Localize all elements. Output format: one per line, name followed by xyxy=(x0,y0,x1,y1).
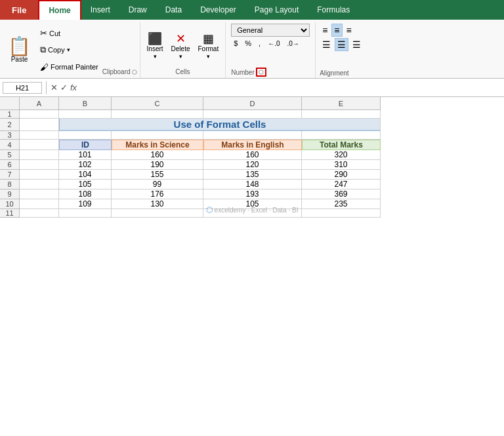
percent-button[interactable]: % xyxy=(242,38,254,49)
cell-e8[interactable]: 247 xyxy=(302,180,381,189)
tab-page-layout[interactable]: Page Layout xyxy=(245,0,308,20)
cell-e11[interactable] xyxy=(302,209,381,218)
cell-b9[interactable]: 108 xyxy=(59,189,112,199)
format-dropdown-icon[interactable]: ▾ xyxy=(207,53,210,60)
cell-d9[interactable]: 193 xyxy=(203,189,302,199)
cell-b5[interactable]: 101 xyxy=(59,150,112,160)
cell-a1[interactable] xyxy=(20,110,59,119)
copy-button[interactable]: ⧉ Copy ▾ xyxy=(39,44,100,56)
confirm-icon[interactable]: ✓ xyxy=(60,83,68,92)
cell-c11[interactable] xyxy=(112,209,203,218)
align-left-button[interactable]: ☰ xyxy=(320,38,333,51)
cell-a2[interactable] xyxy=(20,119,59,131)
row-header-1[interactable]: 1 xyxy=(0,110,20,119)
delete-button[interactable]: ✕ Delete ▾ xyxy=(169,31,193,61)
number-format-select[interactable]: General xyxy=(231,24,310,37)
cell-a6[interactable] xyxy=(20,160,59,170)
align-top-button[interactable]: ≡ xyxy=(320,24,330,37)
paste-button[interactable]: 📋 Paste xyxy=(3,24,36,77)
cell-c3[interactable] xyxy=(112,131,203,140)
tab-insert[interactable]: Insert xyxy=(81,0,119,20)
cell-e10[interactable]: 235 xyxy=(302,199,381,209)
cell-e5[interactable]: 320 xyxy=(302,150,381,160)
row-header-5[interactable]: 5 xyxy=(0,150,20,160)
tab-home[interactable]: Home xyxy=(38,0,81,20)
align-bottom-button[interactable]: ≡ xyxy=(344,24,354,37)
insert-button[interactable]: ⬛ Insert ▾ xyxy=(144,31,166,61)
cell-b10[interactable]: 109 xyxy=(59,199,112,209)
cell-header-total[interactable]: Total Marks xyxy=(302,140,381,150)
row-header-3[interactable]: 3 xyxy=(0,131,20,140)
cell-e7[interactable]: 290 xyxy=(302,170,381,180)
tab-file[interactable]: File xyxy=(0,0,38,20)
cell-c7[interactable]: 155 xyxy=(112,170,203,180)
cell-d6[interactable]: 120 xyxy=(203,160,302,170)
delete-dropdown-icon[interactable]: ▾ xyxy=(179,53,182,60)
cell-a3[interactable] xyxy=(20,131,59,140)
name-box[interactable] xyxy=(3,82,42,94)
cell-d3[interactable] xyxy=(203,131,302,140)
col-header-a[interactable]: A xyxy=(20,97,59,110)
tab-draw[interactable]: Draw xyxy=(119,0,156,20)
cell-c9[interactable]: 176 xyxy=(112,189,203,199)
cell-b8[interactable]: 105 xyxy=(59,180,112,189)
tab-data[interactable]: Data xyxy=(156,0,191,20)
cell-c6[interactable]: 190 xyxy=(112,160,203,170)
cell-c1[interactable] xyxy=(112,110,203,119)
cell-d5[interactable]: 160 xyxy=(203,150,302,160)
cell-c10[interactable]: 130 xyxy=(112,199,203,209)
format-button[interactable]: ▦ Format ▾ xyxy=(195,31,221,61)
number-dialog-launcher[interactable]: ⬡ xyxy=(256,68,266,77)
insert-dropdown-icon[interactable]: ▾ xyxy=(154,53,157,60)
clipboard-dialog-launcher[interactable]: ⬡ xyxy=(132,69,137,75)
cell-b7[interactable]: 104 xyxy=(59,170,112,180)
decrease-decimal-button[interactable]: ←.0 xyxy=(265,39,282,49)
row-header-2[interactable]: 2 xyxy=(0,119,20,131)
format-painter-button[interactable]: 🖌 Format Painter xyxy=(39,62,100,73)
cell-header-id[interactable]: ID xyxy=(59,140,112,150)
cell-a8[interactable] xyxy=(20,180,59,189)
cut-button[interactable]: ✂ Cut xyxy=(39,28,100,39)
cell-e6[interactable]: 310 xyxy=(302,160,381,170)
cell-e9[interactable]: 369 xyxy=(302,189,381,199)
col-header-c[interactable]: C xyxy=(112,97,203,110)
cell-title[interactable]: Use of Format Cells xyxy=(59,119,381,131)
dollar-button[interactable]: $ xyxy=(231,38,240,49)
cell-a9[interactable] xyxy=(20,189,59,199)
col-header-e[interactable]: E xyxy=(302,97,381,110)
cell-a7[interactable] xyxy=(20,170,59,180)
row-header-6[interactable]: 6 xyxy=(0,160,20,170)
row-header-4[interactable]: 4 xyxy=(0,140,20,150)
cell-a4[interactable] xyxy=(20,140,59,150)
col-header-b[interactable]: B xyxy=(59,97,112,110)
cell-b11[interactable] xyxy=(59,209,112,218)
tab-formulas[interactable]: Formulas xyxy=(308,0,359,20)
row-header-9[interactable]: 9 xyxy=(0,189,20,199)
cell-b1[interactable] xyxy=(59,110,112,119)
cell-b6[interactable]: 102 xyxy=(59,160,112,170)
cell-e1[interactable] xyxy=(302,110,381,119)
cancel-icon[interactable]: ✕ xyxy=(51,83,58,92)
align-middle-button[interactable]: ≡ xyxy=(331,24,342,37)
cell-a10[interactable] xyxy=(20,199,59,209)
cell-e3[interactable] xyxy=(302,131,381,140)
cell-c5[interactable]: 160 xyxy=(112,150,203,160)
row-header-8[interactable]: 8 xyxy=(0,180,20,189)
cell-c8[interactable]: 99 xyxy=(112,180,203,189)
cell-a11[interactable] xyxy=(20,209,59,218)
cell-header-english[interactable]: Marks in English xyxy=(203,140,302,150)
row-header-10[interactable]: 10 xyxy=(0,199,20,209)
comma-button[interactable]: , xyxy=(256,38,263,49)
cell-d7[interactable]: 135 xyxy=(203,170,302,180)
align-right-button[interactable]: ☰ xyxy=(350,38,364,51)
increase-decimal-button[interactable]: .0→ xyxy=(284,39,301,49)
copy-dropdown-icon[interactable]: ▾ xyxy=(67,47,70,53)
row-header-11[interactable]: 11 xyxy=(0,209,20,218)
cell-header-science[interactable]: Marks in Science xyxy=(112,140,203,150)
cell-b3[interactable] xyxy=(59,131,112,140)
cell-d8[interactable]: 148 xyxy=(203,180,302,189)
formula-input[interactable] xyxy=(79,82,501,94)
align-center-button[interactable]: ☰ xyxy=(335,38,348,51)
tab-developer[interactable]: Developer xyxy=(191,0,245,20)
cell-d1[interactable] xyxy=(203,110,302,119)
